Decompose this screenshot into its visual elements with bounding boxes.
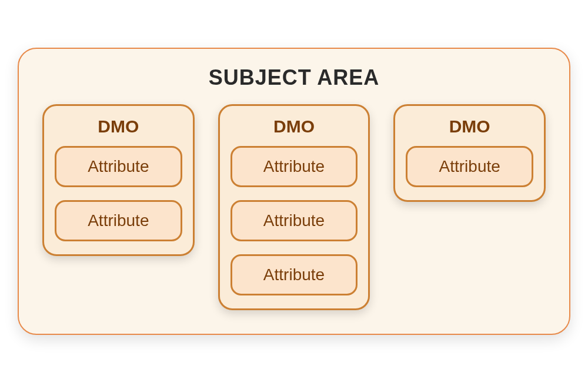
subject-area-title: SUBJECT AREA bbox=[42, 65, 546, 90]
dmo-box: DMO Attribute Attribute bbox=[42, 104, 195, 256]
dmo-title: DMO bbox=[55, 117, 182, 137]
dmo-box: DMO Attribute bbox=[393, 104, 546, 202]
dmo-row: DMO Attribute Attribute DMO Attribute At… bbox=[42, 104, 546, 310]
attribute-box: Attribute bbox=[230, 146, 358, 187]
attribute-box: Attribute bbox=[230, 254, 358, 295]
attribute-box: Attribute bbox=[55, 146, 182, 187]
attribute-box: Attribute bbox=[230, 200, 358, 241]
dmo-box: DMO Attribute Attribute Attribute bbox=[218, 104, 370, 310]
dmo-title: DMO bbox=[230, 117, 358, 137]
attribute-box: Attribute bbox=[55, 200, 182, 241]
attribute-box: Attribute bbox=[406, 146, 533, 187]
dmo-title: DMO bbox=[406, 117, 533, 137]
subject-area-container: SUBJECT AREA DMO Attribute Attribute DMO… bbox=[18, 48, 570, 335]
